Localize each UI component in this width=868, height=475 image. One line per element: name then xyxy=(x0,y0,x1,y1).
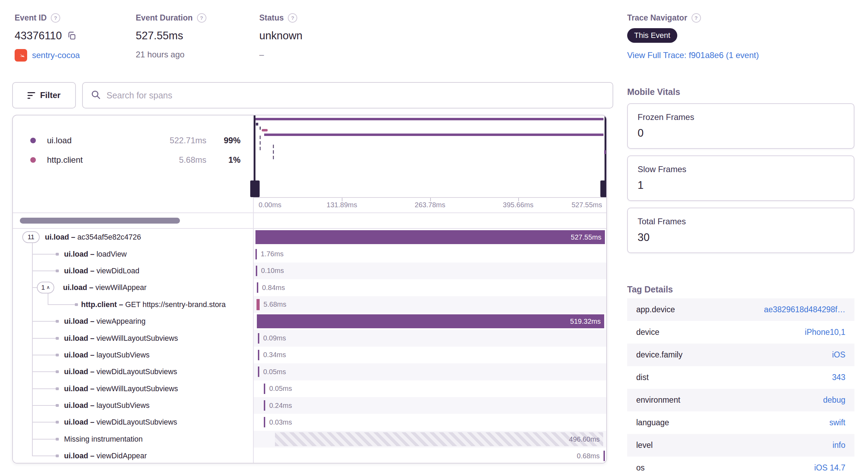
span-tick[interactable] xyxy=(264,384,265,394)
span-tick[interactable] xyxy=(264,400,265,411)
tag-value-link[interactable]: swift xyxy=(829,418,845,427)
span-bar[interactable]: 527.55ms xyxy=(255,230,605,244)
span-duration: 0.09ms xyxy=(263,334,286,342)
span-row[interactable]: ui.load–viewDidLayoutSubviews 0.03ms xyxy=(13,414,606,430)
span-row[interactable]: ui.load–layoutSubViews 0.24ms xyxy=(13,397,606,414)
span-duration: 527.55ms xyxy=(571,233,601,241)
status-label: Status xyxy=(259,13,284,23)
trace-view-panel: ui.load 522.71ms 99% http.client 5.68ms … xyxy=(12,115,607,464)
span-row[interactable]: ui.load–viewDidAppear 0.68ms xyxy=(13,448,606,464)
span-row[interactable]: ui.load–viewAppearing 519.32ms xyxy=(13,313,606,330)
axis-tick-label: 527.55ms xyxy=(571,201,602,209)
event-time-ago: 21 hours ago xyxy=(136,50,206,59)
trace-header-section: ui.load 522.71ms 99% http.client 5.68ms … xyxy=(13,115,606,213)
span-duration: 0.10ms xyxy=(261,267,284,275)
span-tick[interactable] xyxy=(258,367,259,377)
span-bar[interactable]: 519.32ms xyxy=(257,314,604,328)
minimap-dashed-marks xyxy=(260,136,261,151)
tree-scrollbar-row xyxy=(13,213,606,229)
span-duration: 0.34ms xyxy=(263,351,286,359)
event-duration-value: 527.55ms xyxy=(136,30,183,42)
view-full-trace-link[interactable]: View Full Trace: f901a8e6 (1 event) xyxy=(627,50,759,60)
span-row[interactable]: 11 ui.load–ac354af5e82c4726 527.55ms xyxy=(13,229,606,245)
span-row[interactable]: ui.load–viewDidLoad 0.10ms xyxy=(13,263,606,279)
tag-row: device.family iOS xyxy=(627,344,854,366)
minimap-root-span-bar xyxy=(255,118,603,120)
span-tick[interactable] xyxy=(258,333,259,344)
tag-value-link[interactable]: ae3829618d484298f… xyxy=(764,305,845,314)
span-row[interactable]: ui.load–loadView 1.76ms xyxy=(13,245,606,262)
span-duration: 0.03ms xyxy=(269,418,292,426)
span-tick[interactable] xyxy=(255,249,257,259)
swift-icon xyxy=(15,49,27,62)
tag-row: language swift xyxy=(627,411,854,434)
tag-value-link[interactable]: info xyxy=(833,441,845,450)
span-tree: 11 ui.load–ac354af5e82c4726 527.55ms ui.… xyxy=(13,229,606,464)
trace-navigator-label: Trace Navigator xyxy=(627,13,687,23)
span-tick[interactable] xyxy=(258,350,259,360)
mobile-vitals-title: Mobile Vitals xyxy=(627,87,680,97)
tag-value-link[interactable]: debug xyxy=(823,395,845,405)
span-row[interactable]: 1∧ ui.load–viewWillAppear 0.84ms xyxy=(13,279,606,296)
help-icon[interactable]: ? xyxy=(51,13,60,23)
legend-row-ui-load: ui.load 522.71ms 99% xyxy=(13,131,253,150)
tag-details-table: app.device ae3829618d484298f… device iPh… xyxy=(627,298,854,475)
span-duration: 0.05ms xyxy=(269,385,292,393)
tag-details-title: Tag Details xyxy=(627,284,673,295)
span-count-badge[interactable]: 11 xyxy=(22,231,40,243)
help-icon[interactable]: ? xyxy=(197,13,206,23)
minimap-http-span-bar xyxy=(262,129,268,131)
tag-value-link[interactable]: 343 xyxy=(832,373,845,382)
filter-button-label: Filter xyxy=(40,90,61,100)
span-tick[interactable] xyxy=(603,451,605,461)
span-duration: 0.84ms xyxy=(262,284,285,292)
axis-tick-label: 263.78ms xyxy=(415,201,445,209)
slow-frames-card: Slow Frames 1 xyxy=(627,155,854,201)
missing-instrumentation-bar[interactable]: 496.60ms xyxy=(275,432,603,446)
tag-value-link[interactable]: iPhone10,1 xyxy=(805,328,845,337)
event-duration-block: Event Duration ? 527.55ms 21 hours ago xyxy=(136,13,206,59)
span-duration: 0.68ms xyxy=(577,452,600,460)
event-id-label: Event ID xyxy=(15,13,47,23)
span-row[interactable]: ui.load–viewWillLayoutSubviews 0.09ms xyxy=(13,330,606,346)
span-row[interactable]: ui.load–viewDidLayoutSubviews 0.05ms xyxy=(13,363,606,380)
axis-tick-label: 395.66ms xyxy=(503,201,534,209)
tag-value-link[interactable]: iOS 14.7 xyxy=(814,463,846,473)
span-tick[interactable] xyxy=(257,299,260,310)
status-value: unknown xyxy=(259,30,302,42)
filter-button[interactable]: Filter xyxy=(12,82,76,108)
tag-value-link[interactable]: iOS xyxy=(832,350,845,360)
event-id-block: Event ID ? 43376110 sentry-cocoa xyxy=(15,13,80,62)
span-duration: 0.24ms xyxy=(269,402,292,410)
tag-row: os iOS 14.7 xyxy=(627,457,854,475)
ops-breakdown: ui.load 522.71ms 99% http.client 5.68ms … xyxy=(13,115,254,212)
minimap-drag-handle-right[interactable] xyxy=(600,180,607,197)
span-tick[interactable] xyxy=(256,266,257,276)
event-id-value: 43376110 xyxy=(15,30,62,42)
search-input[interactable] xyxy=(106,90,605,100)
span-row[interactable]: ui.load–viewWillLayoutSubviews 0.05ms xyxy=(13,380,606,397)
help-icon[interactable]: ? xyxy=(692,13,701,23)
minimap-span-mark xyxy=(604,150,606,154)
copy-icon[interactable] xyxy=(67,31,77,41)
minimap-drag-handle-left[interactable] xyxy=(250,180,260,197)
filter-icon xyxy=(27,92,35,99)
span-count-badge[interactable]: 1∧ xyxy=(37,282,54,293)
span-row-missing-instrumentation[interactable]: Missing instrumentation 496.60ms xyxy=(13,431,606,448)
span-row[interactable]: http.client–GET https://sentry-brand.sto… xyxy=(13,296,606,313)
tag-row: level info xyxy=(627,434,854,457)
axis-tick-label: 131.89ms xyxy=(326,201,357,209)
project-link[interactable]: sentry-cocoa xyxy=(32,50,80,60)
time-axis: 0.00ms 131.89ms 263.78ms 395.66ms 527.55… xyxy=(254,197,606,212)
span-row[interactable]: ui.load–layoutSubViews 0.34ms xyxy=(13,347,606,363)
horizontal-scrollbar[interactable] xyxy=(20,218,180,224)
help-icon[interactable]: ? xyxy=(288,13,297,23)
trace-minimap[interactable] xyxy=(254,115,606,197)
event-id-label-row: Event ID ? xyxy=(15,13,80,23)
frozen-frames-card: Frozen Frames 0 xyxy=(627,103,854,149)
span-tick[interactable] xyxy=(264,417,265,427)
ui-load-dot-icon xyxy=(30,138,36,143)
span-duration: 0.05ms xyxy=(263,368,286,376)
span-tick[interactable] xyxy=(257,282,258,293)
event-trace-page: Event ID ? 43376110 sentry-cocoa Event D… xyxy=(0,0,868,475)
